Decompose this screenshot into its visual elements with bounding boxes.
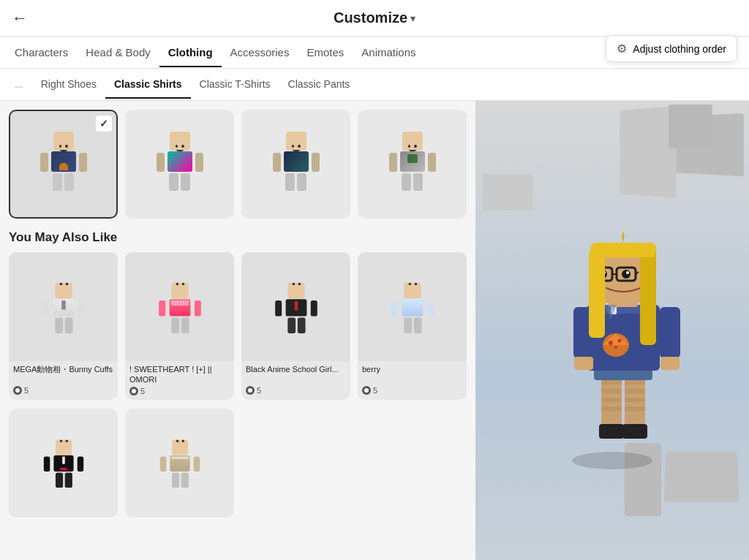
svg-rect-12 — [622, 424, 647, 439]
svg-rect-8 — [625, 380, 645, 385]
adjust-clothing-order-button[interactable]: ⚙ Adjust clothing order — [606, 35, 737, 62]
recommendations-grid: MEGA動物相・Bunny Cuffs 5 — [9, 252, 467, 400]
svg-rect-39 — [592, 250, 655, 257]
rec-item-4-name: berry — [362, 364, 462, 385]
rec-item-2-name: ! SWEETHEART ! [+] || OMORI — [129, 364, 230, 385]
tab-classic-shirts[interactable]: Classic Shirts — [105, 71, 191, 99]
svg-rect-4 — [601, 398, 622, 402]
shirts-grid: ✓ — [9, 110, 467, 219]
svg-point-20 — [614, 346, 617, 349]
character-3d-preview — [532, 192, 693, 469]
svg-rect-11 — [625, 406, 645, 411]
filter-icon: ⚙ — [617, 42, 627, 56]
svg-rect-38 — [640, 250, 656, 345]
svg-point-35 — [626, 271, 629, 274]
tab-emotes[interactable]: Emotes — [298, 39, 353, 67]
clothing-sub-tabs: ... Right Shoes Classic Shirts Classic T… — [0, 69, 749, 101]
robux-icon-4 — [362, 386, 371, 395]
adjust-button-label: Adjust clothing order — [633, 43, 726, 55]
robux-icon — [13, 386, 22, 395]
tab-left-shoes[interactable]: ... — [6, 71, 32, 99]
bottom-item-1[interactable] — [9, 409, 118, 518]
robux-icon-3 — [246, 386, 255, 395]
rec-item-3-name: Black Anime School Girl... — [246, 364, 346, 385]
svg-rect-10 — [625, 398, 645, 402]
rec-item-3[interactable]: Black Anime School Girl... 5 — [241, 252, 350, 400]
bottom-items-grid — [9, 409, 467, 518]
svg-rect-24 — [574, 357, 593, 370]
tab-clothing[interactable]: Clothing — [159, 39, 222, 67]
tab-right-shoes[interactable]: Right Shoes — [32, 71, 105, 99]
rec-item-2-price: 5 — [129, 387, 230, 396]
svg-rect-5 — [601, 406, 622, 411]
tab-head-body[interactable]: Head & Body — [77, 39, 159, 67]
bottom-item-2[interactable] — [125, 409, 234, 518]
shirt-item-3[interactable] — [241, 110, 350, 219]
robux-icon-2 — [129, 387, 138, 396]
back-button[interactable]: ← — [12, 9, 28, 28]
shirt-item-2[interactable] — [125, 110, 234, 219]
rec-item-1-name: MEGA動物相・Bunny Cuffs — [13, 364, 113, 385]
selected-checkmark: ✓ — [96, 116, 112, 132]
section-title-recommendations: You May Also Like — [9, 230, 467, 245]
header-title: Customize — [334, 10, 407, 26]
svg-rect-9 — [625, 389, 645, 393]
rec-item-3-price: 5 — [246, 386, 346, 395]
svg-rect-6 — [599, 424, 624, 439]
tab-animations[interactable]: Animations — [353, 39, 424, 67]
svg-rect-3 — [601, 389, 622, 393]
tab-classic-tshirts[interactable]: Classic T-Shirts — [191, 71, 279, 99]
shirt-item-4[interactable] — [358, 110, 467, 219]
header: ← Customize ▾ — [0, 0, 749, 37]
rec-item-4[interactable]: berry 5 — [358, 252, 467, 400]
rec-item-1[interactable]: MEGA動物相・Bunny Cuffs 5 — [9, 252, 118, 400]
svg-point-33 — [622, 270, 631, 279]
svg-rect-21 — [660, 307, 680, 358]
chevron-icon[interactable]: ▾ — [410, 12, 415, 24]
main-layout: ✓ — [0, 101, 749, 560]
character-preview-panel — [475, 101, 749, 560]
svg-rect-22 — [660, 357, 680, 370]
left-panel: ✓ — [0, 101, 475, 560]
svg-point-0 — [572, 452, 652, 469]
tab-accessories[interactable]: Accessories — [222, 39, 298, 67]
rec-item-2[interactable]: ! SWEETHEART ! [+] || OMORI 5 — [125, 252, 234, 400]
svg-point-18 — [609, 341, 613, 345]
rec-item-1-price: 5 — [13, 386, 113, 395]
svg-rect-2 — [601, 380, 622, 385]
rec-item-4-price: 5 — [362, 386, 462, 395]
shirt-item-1[interactable]: ✓ — [9, 110, 118, 219]
tab-characters[interactable]: Characters — [6, 39, 77, 67]
svg-point-19 — [618, 339, 622, 343]
tab-classic-pants[interactable]: Classic Pants — [279, 71, 359, 99]
svg-rect-37 — [589, 250, 605, 338]
